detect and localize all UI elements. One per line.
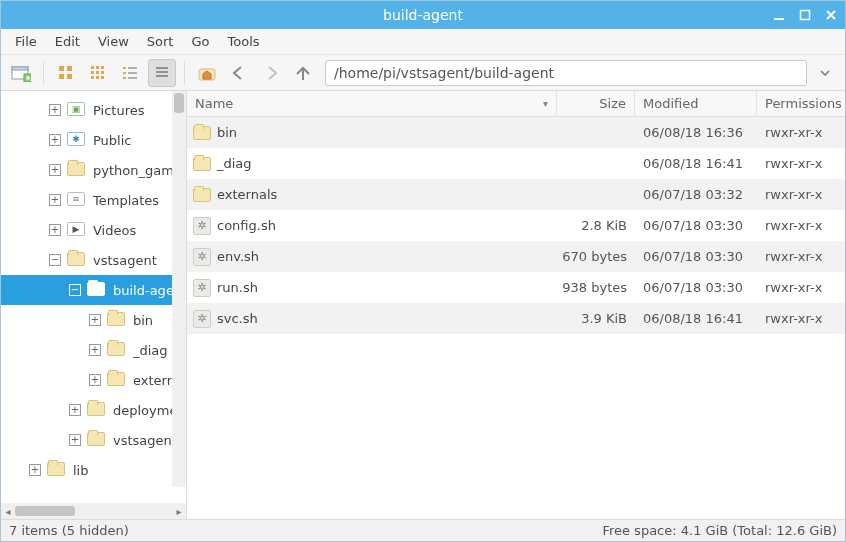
- expander-icon[interactable]: +: [49, 134, 61, 146]
- file-row[interactable]: ✲env.sh670 bytes06/07/18 03:30rwxr-xr-x: [187, 241, 845, 272]
- expander-icon[interactable]: +: [89, 374, 101, 386]
- folder-icon: [87, 402, 107, 418]
- expander-icon[interactable]: +: [49, 224, 61, 236]
- menubar: File Edit View Sort Go Tools: [1, 29, 845, 55]
- folder-icon: ▣: [67, 102, 87, 118]
- column-label: Permissions: [765, 96, 842, 111]
- svg-rect-1: [801, 11, 810, 20]
- view-icons-button[interactable]: [52, 59, 80, 87]
- menu-tools[interactable]: Tools: [220, 30, 268, 53]
- file-icon: ✲: [187, 217, 217, 235]
- tree-item[interactable]: +lib: [1, 455, 186, 485]
- home-button[interactable]: [193, 59, 221, 87]
- expander-icon[interactable]: +: [29, 464, 41, 476]
- view-list-button[interactable]: [116, 59, 144, 87]
- close-icon[interactable]: [823, 7, 839, 23]
- file-name: _diag: [217, 156, 557, 171]
- tree-item[interactable]: +python_games: [1, 155, 186, 185]
- svg-rect-0: [774, 18, 784, 20]
- svg-rect-13: [96, 71, 99, 74]
- expander-icon[interactable]: +: [49, 164, 61, 176]
- tree-item[interactable]: +deployment: [1, 395, 186, 425]
- file-row[interactable]: ✲run.sh938 bytes06/07/18 03:30rwxr-xr-x: [187, 272, 845, 303]
- tree-item[interactable]: +_diag: [1, 335, 186, 365]
- expander-icon[interactable]: +: [69, 434, 81, 446]
- column-header-modified[interactable]: Modified: [635, 91, 757, 116]
- file-row[interactable]: _diag06/08/18 16:41rwxr-xr-x: [187, 148, 845, 179]
- scrollbar-thumb[interactable]: [174, 93, 184, 113]
- svg-rect-7: [59, 74, 64, 79]
- file-name: svc.sh: [217, 311, 557, 326]
- gear-icon: ✲: [193, 217, 211, 235]
- file-permissions: rwxr-xr-x: [757, 280, 845, 295]
- file-row[interactable]: externals06/07/18 03:32rwxr-xr-x: [187, 179, 845, 210]
- column-header-name[interactable]: Name ▾: [187, 91, 557, 116]
- up-button[interactable]: [289, 59, 317, 87]
- tree-item[interactable]: +✱Public: [1, 125, 186, 155]
- tree-item-label: bin: [133, 313, 153, 328]
- tree-item[interactable]: +≡Templates: [1, 185, 186, 215]
- expander-icon[interactable]: +: [49, 104, 61, 116]
- folder-tree[interactable]: +▣Pictures+✱Public+python_games+≡Templat…: [1, 91, 186, 503]
- file-row[interactable]: ✲config.sh2.8 KiB06/07/18 03:30rwxr-xr-x: [187, 210, 845, 241]
- tree-item[interactable]: +bin: [1, 305, 186, 335]
- scroll-right-icon[interactable]: ▸: [172, 504, 186, 518]
- back-button[interactable]: [225, 59, 253, 87]
- tree-item[interactable]: −build-agent: [1, 275, 186, 305]
- tree-item[interactable]: −vstsagent: [1, 245, 186, 275]
- scrollbar-thumb[interactable]: [15, 506, 75, 516]
- menu-file[interactable]: File: [7, 30, 45, 53]
- statusbar: 7 items (5 hidden) Free space: 4.1 GiB (…: [1, 519, 845, 541]
- path-dropdown-button[interactable]: [811, 59, 839, 87]
- tree-scrollbar-vertical[interactable]: [172, 91, 186, 487]
- tree-item[interactable]: +vstsagent: [1, 425, 186, 455]
- file-row[interactable]: ✲svc.sh3.9 KiB06/08/18 16:41rwxr-xr-x: [187, 303, 845, 334]
- expander-icon[interactable]: +: [69, 404, 81, 416]
- separator: [43, 61, 44, 85]
- column-header-size[interactable]: Size: [557, 91, 635, 116]
- file-icon: [187, 188, 217, 202]
- folder-icon: ≡: [67, 192, 87, 208]
- path-text: /home/pi/vstsagent/build-agent: [334, 65, 554, 81]
- menu-sort[interactable]: Sort: [139, 30, 182, 53]
- maximize-icon[interactable]: [797, 7, 813, 23]
- expander-icon[interactable]: −: [49, 254, 61, 266]
- file-name: bin: [217, 125, 557, 140]
- scroll-left-icon[interactable]: ◂: [1, 504, 15, 518]
- file-row[interactable]: bin06/08/18 16:36rwxr-xr-x: [187, 117, 845, 148]
- new-tab-button[interactable]: [7, 59, 35, 87]
- tree-item[interactable]: +▶Videos: [1, 215, 186, 245]
- svg-rect-16: [96, 76, 99, 79]
- file-size: 3.9 KiB: [557, 311, 635, 326]
- column-label: Size: [599, 96, 626, 111]
- tree-item[interactable]: +externals: [1, 365, 186, 395]
- file-name: run.sh: [217, 280, 557, 295]
- view-small-icons-button[interactable]: [84, 59, 112, 87]
- file-permissions: rwxr-xr-x: [757, 311, 845, 326]
- expander-icon[interactable]: +: [49, 194, 61, 206]
- menu-edit[interactable]: Edit: [47, 30, 88, 53]
- expander-icon[interactable]: +: [89, 344, 101, 356]
- tree-item[interactable]: +▣Pictures: [1, 95, 186, 125]
- menu-view[interactable]: View: [90, 30, 137, 53]
- tree-item-label: build-agent: [113, 283, 172, 298]
- file-modified: 06/07/18 03:30: [635, 218, 757, 233]
- file-modified: 06/07/18 03:30: [635, 249, 757, 264]
- svg-rect-15: [91, 76, 94, 79]
- file-list-pane: Name ▾ Size Modified Permissions bin06/0…: [187, 91, 845, 519]
- svg-rect-6: [67, 66, 72, 71]
- forward-button[interactable]: [257, 59, 285, 87]
- expander-icon[interactable]: +: [89, 314, 101, 326]
- column-header-permissions[interactable]: Permissions: [757, 91, 845, 116]
- file-permissions: rwxr-xr-x: [757, 249, 845, 264]
- file-rows[interactable]: bin06/08/18 16:36rwxr-xr-x_diag06/08/18 …: [187, 117, 845, 519]
- folder-icon: [47, 462, 67, 478]
- path-input[interactable]: /home/pi/vstsagent/build-agent: [325, 60, 807, 86]
- minimize-icon[interactable]: [771, 7, 787, 23]
- tree-scrollbar-horizontal[interactable]: ◂ ▸: [1, 503, 186, 519]
- svg-rect-19: [123, 72, 126, 74]
- folder-icon: [107, 372, 127, 388]
- expander-icon[interactable]: −: [69, 284, 81, 296]
- view-details-button[interactable]: [148, 59, 176, 87]
- menu-go[interactable]: Go: [183, 30, 217, 53]
